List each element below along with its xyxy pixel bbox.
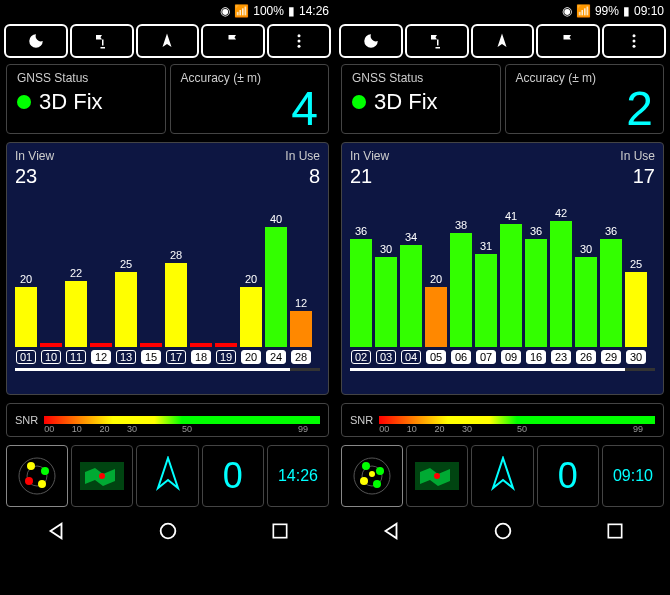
recent-button[interactable] xyxy=(605,521,625,541)
satellite-bar: 2005 xyxy=(425,273,447,364)
snr-label: SNR xyxy=(350,414,373,426)
toolbar xyxy=(335,22,670,60)
satellite-bar: 3404 xyxy=(400,231,422,364)
in-view-value: 21 xyxy=(350,165,372,188)
svg-point-6 xyxy=(41,467,49,475)
in-view-value: 23 xyxy=(15,165,37,188)
tab-skyplot[interactable] xyxy=(341,445,403,507)
tab-compass[interactable] xyxy=(136,445,198,507)
tab-speed[interactable]: 0 xyxy=(202,445,264,507)
waypoint-button[interactable] xyxy=(405,24,469,58)
back-button[interactable] xyxy=(45,520,67,542)
status-bar: ◉ 📶 99% ▮ 09:10 xyxy=(335,0,670,22)
satellite-bar: 12 xyxy=(90,341,112,364)
svg-point-3 xyxy=(19,458,55,494)
home-button[interactable] xyxy=(492,520,514,542)
svg-point-22 xyxy=(369,471,375,477)
svg-point-14 xyxy=(633,40,636,43)
screen-left: ◉ 📶 100% ▮ 14:26 GNSS Status 3D Fix Accu… xyxy=(0,0,335,595)
in-view-label: In View xyxy=(15,149,54,163)
svg-point-2 xyxy=(298,45,301,48)
snr-legend: SNR 001020305099 xyxy=(341,403,664,437)
satellite-bar: 1228 xyxy=(290,297,312,364)
signal-icon: 📶 xyxy=(576,4,591,18)
satellite-bar: 3806 xyxy=(450,219,472,364)
chart-scroll[interactable] xyxy=(15,368,320,371)
battery-percent: 99% xyxy=(595,4,619,18)
status-bar: ◉ 📶 100% ▮ 14:26 xyxy=(0,0,335,22)
svg-point-13 xyxy=(633,34,636,37)
svg-point-19 xyxy=(376,467,384,475)
svg-point-8 xyxy=(38,480,46,488)
satellite-bar: 2530 xyxy=(625,258,647,364)
satellite-bar: 2020 xyxy=(240,273,262,364)
snr-gradient-icon: 001020305099 xyxy=(44,416,320,424)
navigate-button[interactable] xyxy=(471,24,535,58)
accuracy-value: 2 xyxy=(626,85,653,133)
night-mode-button[interactable] xyxy=(4,24,68,58)
menu-button[interactable] xyxy=(602,24,666,58)
flag-button[interactable] xyxy=(201,24,265,58)
gnss-status-card[interactable]: GNSS Status 3D Fix xyxy=(341,64,501,134)
menu-button[interactable] xyxy=(267,24,331,58)
night-mode-button[interactable] xyxy=(339,24,403,58)
in-use-label: In Use xyxy=(620,149,655,163)
location-icon: ◉ xyxy=(562,4,572,18)
android-navbar xyxy=(0,511,335,551)
svg-rect-12 xyxy=(273,524,286,537)
snr-gradient-icon: 001020305099 xyxy=(379,416,655,424)
tab-skyplot[interactable] xyxy=(6,445,68,507)
satellite-bar: 2817 xyxy=(165,249,187,364)
svg-point-7 xyxy=(25,477,33,485)
accuracy-card[interactable]: Accuracy (± m) 2 xyxy=(505,64,665,134)
svg-point-24 xyxy=(434,473,440,479)
satellite-chart[interactable]: In View In Use 23 8 20011022111225131528… xyxy=(6,142,329,395)
svg-point-10 xyxy=(99,473,105,479)
satellite-bar: 2001 xyxy=(15,273,37,364)
satellite-bar: 4223 xyxy=(550,207,572,364)
recent-button[interactable] xyxy=(270,521,290,541)
tab-map[interactable] xyxy=(71,445,133,507)
satellite-bar: 3026 xyxy=(575,243,597,364)
in-use-label: In Use xyxy=(285,149,320,163)
screen-right: ◉ 📶 99% ▮ 09:10 GNSS Status 3D Fix Accur… xyxy=(335,0,670,595)
home-button[interactable] xyxy=(157,520,179,542)
bottom-tabs: 0 14:26 xyxy=(0,441,335,511)
accuracy-card[interactable]: Accuracy (± m) 4 xyxy=(170,64,330,134)
waypoint-button[interactable] xyxy=(70,24,134,58)
satellite-chart[interactable]: In View In Use 21 17 3602300334042005380… xyxy=(341,142,664,395)
location-icon: ◉ xyxy=(220,4,230,18)
tab-map[interactable] xyxy=(406,445,468,507)
satellite-bar: 3616 xyxy=(525,225,547,364)
satellite-bar: 3629 xyxy=(600,225,622,364)
satellite-bar: 4024 xyxy=(265,213,287,364)
gnss-status-title: GNSS Status xyxy=(17,71,155,85)
accuracy-value: 4 xyxy=(291,85,318,133)
satellite-bar: 18 xyxy=(190,341,212,364)
fix-text: 3D Fix xyxy=(374,89,438,115)
bar-container: 3602300334042005380631074109361642233026… xyxy=(350,198,655,364)
back-button[interactable] xyxy=(380,520,402,542)
bar-container: 20011022111225131528171819202040241228 xyxy=(15,198,320,364)
chart-scroll[interactable] xyxy=(350,368,655,371)
navigate-button[interactable] xyxy=(136,24,200,58)
gnss-status-card[interactable]: GNSS Status 3D Fix xyxy=(6,64,166,134)
battery-icon: ▮ xyxy=(623,4,630,18)
svg-point-5 xyxy=(27,462,35,470)
svg-point-11 xyxy=(161,524,176,539)
in-use-value: 8 xyxy=(309,165,320,188)
satellite-bar: 3003 xyxy=(375,243,397,364)
tab-clock[interactable]: 09:10 xyxy=(602,445,664,507)
svg-point-20 xyxy=(360,477,368,485)
flag-button[interactable] xyxy=(536,24,600,58)
svg-point-0 xyxy=(298,34,301,37)
status-time: 14:26 xyxy=(299,4,329,18)
tab-speed[interactable]: 0 xyxy=(537,445,599,507)
tab-clock[interactable]: 14:26 xyxy=(267,445,329,507)
snr-legend: SNR 001020305099 xyxy=(6,403,329,437)
signal-icon: 📶 xyxy=(234,4,249,18)
fix-indicator-icon xyxy=(17,95,31,109)
tab-compass[interactable] xyxy=(471,445,533,507)
in-view-label: In View xyxy=(350,149,389,163)
svg-point-21 xyxy=(373,480,381,488)
